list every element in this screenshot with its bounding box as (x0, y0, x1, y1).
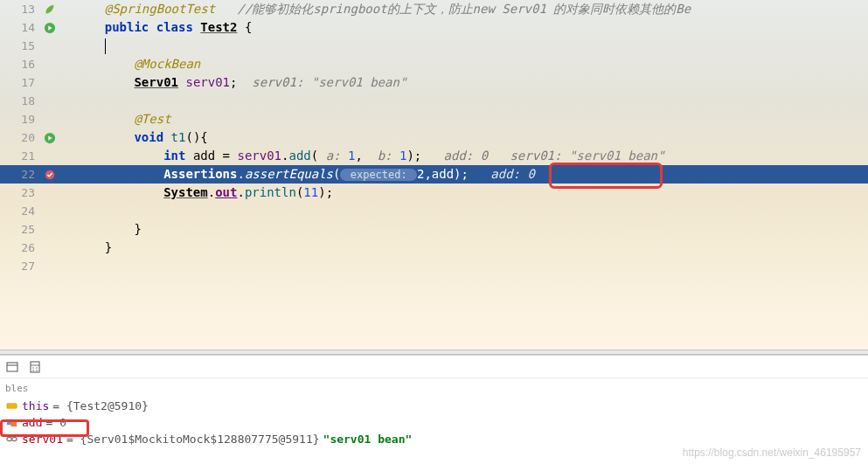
variable-value: = {Serv01$MockitoMock$128807775@5911} (66, 433, 320, 446)
code-text: @Test (75, 110, 868, 128)
gutter-icons (42, 110, 75, 128)
code-line[interactable]: 27 (0, 257, 868, 275)
svg-rect-3 (7, 363, 17, 371)
gutter-icons (42, 202, 75, 220)
code-line[interactable]: 24 (0, 202, 868, 220)
line-number: 14 (0, 18, 42, 37)
gutter-icons (42, 55, 75, 73)
run-test-icon[interactable] (44, 132, 56, 144)
variable-value: = 0 (45, 416, 66, 429)
spring-leaf-icon (44, 3, 56, 16)
gutter-icons[interactable] (42, 0, 75, 18)
svg-rect-13 (11, 421, 17, 427)
svg-point-7 (32, 367, 34, 369)
gutter-icons (42, 73, 75, 92)
line-number: 18 (0, 92, 42, 110)
code-line[interactable]: 18 (0, 92, 868, 110)
gutter-icons (42, 37, 75, 55)
code-line[interactable]: 17 Serv01 serv01; serv01: "serv01 bean" (0, 73, 868, 92)
breakpoint-check-icon[interactable] (44, 169, 56, 181)
gutter-icons (42, 239, 75, 257)
line-number: 20 (0, 128, 42, 147)
code-text: Serv01 serv01; serv01: "serv01 bean" (75, 73, 868, 92)
code-text: System.out.println(11); (75, 184, 868, 202)
gutter-icons (42, 147, 75, 165)
code-text: void t1(){ (75, 128, 868, 147)
variable-string-value: "serv01 bean" (323, 433, 413, 446)
link-icon (5, 433, 18, 446)
restore-layout-icon[interactable] (5, 360, 19, 374)
code-text (75, 202, 868, 220)
code-text: @SpringBootTest //能够初始化springboot的上下文，防止… (75, 0, 868, 18)
debug-toolbar (0, 356, 868, 378)
code-text: } (75, 220, 868, 239)
object-icon (5, 399, 18, 412)
svg-point-14 (7, 437, 12, 440)
variable-name: this (22, 399, 49, 412)
code-line[interactable]: 19 @Test (0, 110, 868, 128)
svg-point-15 (12, 437, 17, 440)
code-text (75, 37, 868, 55)
variable-row-add[interactable]: add = 0 (0, 414, 868, 431)
line-number: 17 (0, 73, 42, 92)
line-number: 24 (0, 202, 42, 220)
code-line[interactable]: 26 } (0, 239, 868, 257)
variable-row-serv01[interactable]: serv01 = {Serv01$MockitoMock$128807775@5… (0, 431, 868, 447)
code-text (75, 92, 868, 110)
svg-point-10 (36, 370, 38, 371)
code-line[interactable]: 23 System.out.println(11); (0, 184, 868, 202)
calculator-icon[interactable] (28, 360, 42, 374)
line-number: 21 (0, 147, 42, 165)
code-line[interactable]: 14 public class Test2 { (0, 18, 868, 37)
variable-name: serv01 (22, 433, 63, 446)
line-number: 19 (0, 110, 42, 128)
svg-point-9 (32, 370, 34, 371)
line-number: 23 (0, 184, 42, 202)
code-text: } (75, 239, 868, 257)
gutter-icons (42, 257, 75, 275)
line-number: 15 (0, 37, 42, 55)
code-text: Assertions.assertEquals( expected: 2,add… (75, 165, 868, 184)
caret-icon (105, 38, 106, 54)
line-number: 16 (0, 55, 42, 73)
line-number: 22 (0, 165, 42, 184)
primitive-icon (5, 416, 18, 429)
code-editor[interactable]: 13 @SpringBootTest //能够初始化springboot的上下文… (0, 0, 868, 350)
variables-section-title: bles (0, 378, 868, 398)
gutter-icons[interactable] (42, 18, 75, 37)
code-text (75, 257, 868, 275)
code-line[interactable]: 21 int add = serv01.add( a: 1, b: 1); ad… (0, 147, 868, 165)
line-number: 27 (0, 257, 42, 275)
code-text: @MockBean (75, 55, 868, 73)
svg-rect-5 (31, 362, 39, 372)
variable-name: add (22, 416, 42, 429)
gutter-icons[interactable] (42, 165, 75, 184)
variable-row-this[interactable]: this = {Test2@5910} (0, 398, 868, 414)
run-test-icon[interactable] (44, 22, 56, 34)
gutter-icons (42, 220, 75, 239)
gutter-icons (42, 92, 75, 110)
gutter-icons (42, 184, 75, 202)
code-line[interactable]: 20 void t1(){ (0, 128, 868, 147)
watermark-text: https://blog.csdn.net/weixin_46195957 (683, 447, 861, 459)
svg-point-8 (36, 367, 38, 369)
svg-rect-11 (7, 404, 17, 409)
line-number: 25 (0, 220, 42, 239)
gutter-icons[interactable] (42, 128, 75, 147)
code-line-current[interactable]: 22 Assertions.assertEquals( expected: 2,… (0, 165, 868, 184)
variable-value: = {Test2@5910} (52, 399, 149, 412)
code-text: public class Test2 { (75, 18, 868, 37)
line-number: 13 (0, 0, 42, 18)
line-number: 26 (0, 239, 42, 257)
code-text: int add = serv01.add( a: 1, b: 1); add: … (75, 147, 868, 165)
code-line[interactable]: 15 (0, 37, 868, 55)
code-line[interactable]: 16 @MockBean (0, 55, 868, 73)
code-line[interactable]: 25 } (0, 220, 868, 239)
code-line[interactable]: 13 @SpringBootTest //能够初始化springboot的上下文… (0, 0, 868, 18)
